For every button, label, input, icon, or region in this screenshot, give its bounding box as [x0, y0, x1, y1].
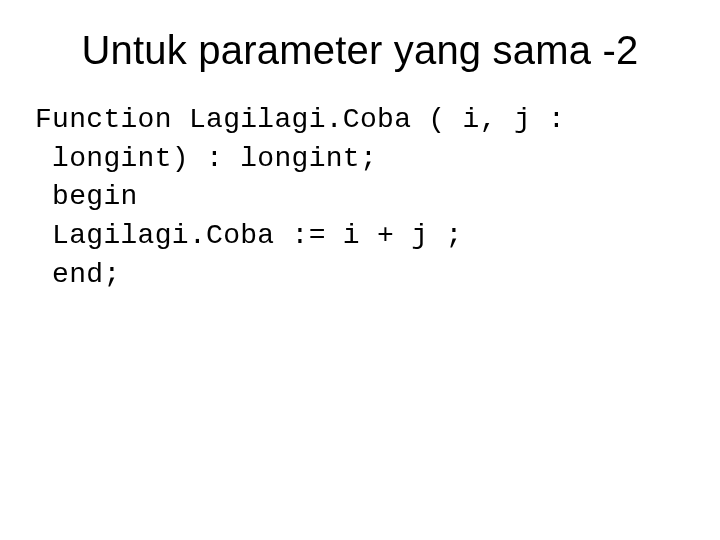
slide-container: Untuk parameter yang sama -2 Function La… — [0, 0, 720, 540]
code-line-4: Lagilagi.Coba := i + j ; — [35, 220, 463, 251]
slide-title: Untuk parameter yang sama -2 — [60, 28, 660, 73]
code-line-5: end; — [35, 259, 121, 290]
code-line-3: begin — [35, 181, 138, 212]
code-line-2: longint) : longint; — [35, 143, 377, 174]
code-block: Function Lagilagi.Coba ( i, j : longint)… — [35, 101, 660, 294]
code-line-1: Function Lagilagi.Coba ( i, j : — [35, 104, 565, 135]
